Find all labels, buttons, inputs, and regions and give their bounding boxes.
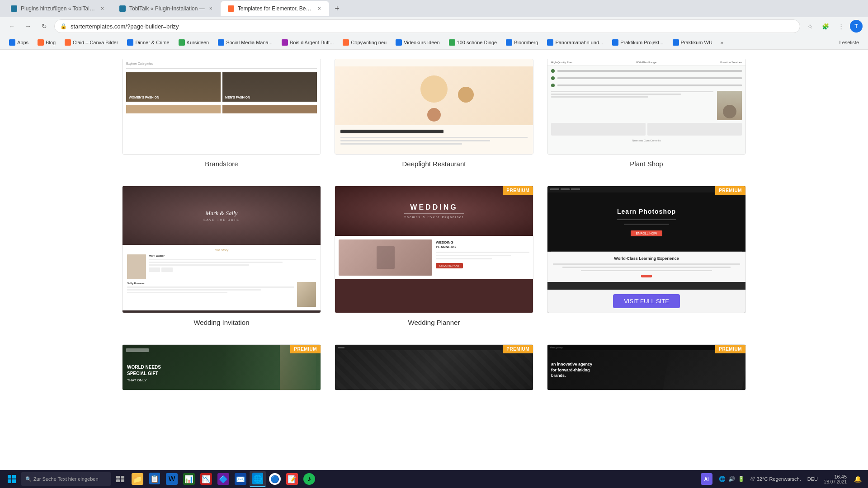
template-card-agency[interactable]: PREMIUM theagency an innovative agencyfo… (547, 344, 746, 396)
bookmark-blog-label: Blog (46, 40, 56, 45)
tab-2[interactable]: TobiTalk « Plugin-Installation — × (112, 1, 221, 16)
template-card-wedding-inv[interactable]: Mark & Sally SAVE THE DATE Our Story Mar… (122, 186, 321, 326)
bookmark-claid-label: Claid – Canva Bilder (73, 40, 118, 45)
plantshop-label: Plant Shop (547, 160, 746, 168)
start-button[interactable] (4, 471, 20, 487)
plantshop-image-wrap: High-Quality Plan With Plan Range Functi… (547, 59, 746, 155)
tab-2-close[interactable]: × (208, 5, 213, 13)
network-icon[interactable]: 🌐 (718, 476, 726, 482)
bookmark-kursideen[interactable]: Kursideen (175, 38, 213, 47)
bookmark-100dinge[interactable]: 100 schöne Dinge (445, 38, 501, 47)
taskbar-right-tray: Ai 🌐 🔊 🔋 ⛈ 32°C Regenwarsch. DEU 16:45 2… (698, 471, 864, 487)
wedding-plan-label: Wedding Planner (335, 319, 533, 326)
bookmark-dinner[interactable]: Dinner & Crime (123, 38, 173, 47)
bookmark-wu[interactable]: Praktikum WU (669, 38, 716, 47)
bookmark-blog[interactable]: Blog (34, 38, 59, 47)
bookmark-social[interactable]: Social Media Mana... (214, 38, 276, 47)
bookmark-panorama-label: Panoramabahn und... (555, 40, 603, 45)
template-card-plantshop[interactable]: High-Quality Plan With Plan Range Functi… (547, 59, 746, 168)
taskbar-taskmanager-button[interactable]: 📋 (146, 471, 163, 487)
tab-3[interactable]: Templates for Elementor, Beaver... × (221, 1, 329, 16)
taskbar-powerpoint-button[interactable]: 📉 (198, 471, 214, 487)
taskbar-app5-button[interactable]: 🔷 (215, 471, 231, 487)
taskbar-edge-button[interactable]: 🌐 (250, 471, 266, 487)
bookmark-copywriting[interactable]: Copywriting neu (339, 38, 390, 47)
brandstore-label: Brandstore (122, 160, 321, 168)
address-bar[interactable]: 🔒 startertemplates.com/?page-builder=bri… (54, 19, 800, 33)
back-button[interactable]: ← (5, 20, 18, 33)
windows-icon (6, 474, 17, 484)
language-display[interactable]: DEU (806, 476, 820, 482)
svg-rect-7 (121, 479, 124, 482)
bookmark-star-button[interactable]: ☆ (804, 20, 816, 33)
template-card-photoshop[interactable]: PREMIUM Learn Photoshop (547, 186, 746, 326)
template-grid: Explore Categories WOMEN'S FASHION MEN'S… (122, 50, 746, 409)
refresh-button[interactable]: ↻ (38, 20, 51, 33)
bookmark-panorama-icon (547, 39, 553, 46)
bookmark-dinner-icon (127, 39, 133, 46)
template-card-brandstore[interactable]: Explore Categories WOMEN'S FASHION MEN'S… (122, 59, 321, 168)
bookmark-more[interactable]: » (718, 39, 726, 46)
notifications-button[interactable]: 🔔 (851, 471, 864, 487)
taskbar-app9-button[interactable]: 📝 (284, 471, 300, 487)
template-card-deeplight[interactable]: Deeplight Restaurant (335, 59, 533, 168)
brandstore-image-wrap: Explore Categories WOMEN'S FASHION MEN'S… (122, 59, 321, 155)
taskbar-search[interactable]: 🔍 Zur Suche Text hier eingeben (21, 472, 111, 486)
extensions-button[interactable]: 🧩 (819, 20, 832, 33)
bookmark-bois-label: Bois d'Argent Duft... (290, 40, 334, 45)
tab-3-close[interactable]: × (317, 5, 322, 13)
tab-1-favicon (11, 5, 17, 12)
system-tray: 🌐 🔊 🔋 (718, 476, 745, 482)
bookmark-wu-label: Praktikum WU (681, 40, 712, 45)
profile-button[interactable]: T (850, 20, 863, 33)
bookmark-panorama[interactable]: Panoramabahn und... (543, 38, 607, 47)
tab-1-close[interactable]: × (100, 5, 105, 13)
bookmark-bloomberg[interactable]: Bloomberg (502, 38, 542, 47)
datetime-display[interactable]: 16:45 28.07.2021 (822, 474, 849, 484)
new-tab-button[interactable]: + (331, 2, 344, 15)
bookmark-dinner-label: Dinner & Crime (135, 40, 169, 45)
browser-controls: ← → ↻ 🔒 startertemplates.com/?page-build… (0, 17, 868, 35)
visit-overlay: VISIT FULL SITE (547, 290, 745, 313)
bookmark-praktikum[interactable]: Praktikum Projekt... (609, 38, 667, 47)
taskbar-chrome-button[interactable]: 🔵 (267, 471, 283, 487)
taskbar-outlook-button[interactable]: ✉️ (232, 471, 249, 487)
bookmark-100dinge-icon (449, 39, 455, 46)
lock-icon: 🔒 (60, 23, 67, 29)
wedding-plan-image-wrap: PREMIUM WEDDING Themes & Event Organiser (335, 186, 533, 313)
bookmark-bois[interactable]: Bois d'Argent Duft... (278, 38, 337, 47)
weather-display[interactable]: ⛈ 32°C Regenwarsch. (748, 476, 803, 482)
browser-frame: Plugins hinzufügen « TobiTalk — × TobiTa… (0, 0, 868, 50)
taskbar-excel-button[interactable]: 📊 (181, 471, 197, 487)
template-card-interior[interactable]: PREMIUM (335, 344, 533, 396)
language-text: DEU (807, 476, 818, 482)
volume-icon[interactable]: 🔊 (727, 476, 736, 482)
visit-full-site-button[interactable]: VISIT FULL SITE (613, 294, 680, 308)
battery-icon[interactable]: 🔋 (737, 476, 745, 482)
bookmark-apps[interactable]: Apps (5, 38, 32, 47)
wedding-inv-label: Wedding Invitation (122, 319, 321, 326)
weather-text: 32°C Regenwarsch. (757, 476, 801, 482)
taskbar-music-button[interactable]: ♪ (301, 471, 317, 487)
task-view-button[interactable] (112, 471, 128, 487)
bookmark-wu-icon (673, 39, 679, 46)
word-icon: W (166, 473, 178, 485)
taskbar-word-button[interactable]: W (164, 471, 180, 487)
bookmark-kursideen-icon (179, 39, 185, 46)
bookmark-blog-icon (38, 39, 44, 46)
tab-2-label: TobiTalk « Plugin-Installation — (129, 5, 205, 12)
ai-button[interactable]: Ai (698, 471, 715, 487)
deeplight-image-wrap (335, 59, 533, 155)
leseliste[interactable]: Leseliste (836, 39, 863, 46)
bookmark-social-icon (218, 39, 224, 46)
bookmark-claid[interactable]: Claid – Canva Bilder (61, 38, 122, 47)
forward-button[interactable]: → (22, 20, 34, 33)
bookmark-videokurs[interactable]: Videokurs Ideen (392, 38, 443, 47)
template-card-wedding-plan[interactable]: PREMIUM WEDDING Themes & Event Organiser (335, 186, 533, 326)
svg-rect-4 (116, 476, 120, 479)
taskbar-time: 16:45 28.07.2021 (824, 474, 847, 484)
tab-1[interactable]: Plugins hinzufügen « TobiTalk — × (4, 1, 112, 16)
template-card-gift[interactable]: PREMIUM WORLD NEEDSSPECIAL GIFTTHAT ONLY (122, 344, 321, 396)
settings-button[interactable]: ⋮ (835, 20, 847, 33)
taskbar-explorer-button[interactable]: 📁 (129, 471, 146, 487)
